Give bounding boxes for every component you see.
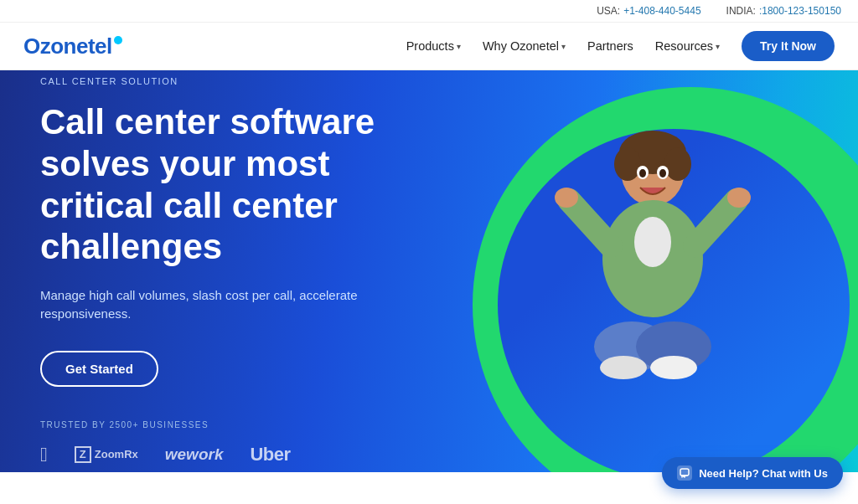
nav-item-products[interactable]: Products ▾ (398, 34, 469, 58)
chat-icon (677, 465, 692, 481)
hero-section: CALL CENTER SOLUTION Call center softwar… (0, 70, 858, 472)
trusted-section: TRUSTED BY 2500+ BUSINESSES  Z ZoomRx w… (40, 420, 429, 466)
hero-tag: CALL CENTER SOLUTION (40, 76, 429, 86)
svg-point-18 (659, 169, 666, 177)
chevron-down-icon: ▾ (716, 42, 720, 51)
logo-dot (114, 36, 122, 44)
logo-text: Ozonetel (23, 33, 112, 59)
trusted-label: TRUSTED BY 2500+ BUSINESSES (40, 420, 429, 429)
nav-item-partners[interactable]: Partners (579, 34, 642, 58)
nav-item-resources[interactable]: Resources ▾ (647, 34, 728, 58)
svg-point-8 (555, 188, 578, 208)
try-it-now-button[interactable]: Try It Now (742, 31, 835, 61)
hero-person-image (506, 104, 791, 422)
top-bar: USA: +1-408-440-5445 INDIA: :1800-123-15… (0, 0, 858, 23)
svg-point-13 (600, 356, 647, 379)
nav-links: Products ▾ Why Ozonetel ▾ Partners Resou… (398, 34, 728, 58)
svg-point-14 (650, 356, 697, 379)
svg-point-17 (639, 169, 646, 177)
navbar: Ozonetel Products ▾ Why Ozonetel ▾ Partn… (0, 23, 858, 70)
usa-phone[interactable]: +1-408-440-5445 (623, 5, 700, 17)
svg-point-6 (634, 217, 671, 267)
apple-logo:  (40, 443, 48, 466)
india-contact: INDIA: :1800-123-150150 (726, 5, 841, 17)
svg-line-9 (695, 200, 737, 246)
nav-item-why-ozonetel[interactable]: Why Ozonetel ▾ (474, 34, 574, 58)
uber-logo: Uber (250, 444, 290, 465)
india-label: INDIA: (726, 5, 756, 17)
svg-point-10 (727, 188, 751, 208)
logo[interactable]: Ozonetel (23, 33, 122, 59)
get-started-button[interactable]: Get Started (40, 351, 158, 387)
hero-headline: Call center software solves your most cr… (40, 101, 429, 267)
usa-contact: USA: +1-408-440-5445 (597, 5, 700, 17)
wework-logo: wework (165, 445, 224, 464)
hero-subtext: Manage high call volumes, slash cost per… (40, 286, 429, 324)
hero-content: CALL CENTER SOLUTION Call center softwar… (0, 70, 469, 472)
chat-label: Need Help? Chat with Us (699, 467, 828, 480)
svg-line-7 (569, 200, 611, 246)
usa-label: USA: (597, 5, 620, 17)
chevron-down-icon: ▾ (561, 42, 566, 51)
chat-widget[interactable]: Need Help? Chat with Us (662, 457, 843, 489)
person-svg (523, 121, 774, 422)
chevron-down-icon: ▾ (457, 42, 461, 51)
india-phone[interactable]: :1800-123-150150 (759, 5, 841, 17)
zoomrx-logo: Z ZoomRx (75, 446, 138, 463)
brand-logos:  Z ZoomRx wework Uber (40, 443, 429, 466)
svg-rect-19 (680, 469, 689, 476)
